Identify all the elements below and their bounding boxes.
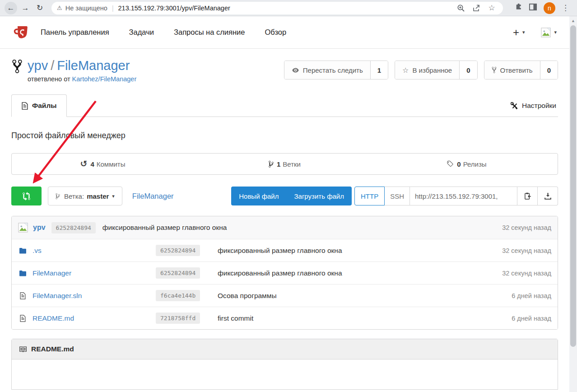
browser-forward-button[interactable]: → bbox=[19, 2, 32, 14]
upload-file-button[interactable]: Загрузить файл bbox=[287, 187, 352, 205]
branch-label: Ветка: bbox=[64, 192, 84, 200]
file-link[interactable]: FileManager bbox=[33, 269, 71, 277]
repo-tabs: Файлы Настройки bbox=[11, 94, 558, 117]
back-icon: ← bbox=[7, 4, 15, 13]
file-icon bbox=[18, 315, 27, 322]
stat-releases[interactable]: 0 Релизы bbox=[376, 154, 558, 174]
commit-message[interactable]: фиксированный размер главного окна bbox=[102, 224, 227, 232]
clone-panel: HTTP SSH bbox=[354, 187, 558, 205]
new-file-button[interactable]: Новый файл bbox=[231, 187, 286, 205]
compare-button[interactable] bbox=[11, 187, 42, 205]
scrollbar-up-icon[interactable]: ▲ bbox=[569, 16, 577, 23]
create-caret-icon[interactable]: ▾ bbox=[522, 29, 525, 35]
fork-repo-button[interactable]: Ответвить bbox=[484, 61, 540, 79]
stat-commits[interactable]: ↺ 4 Коммиты bbox=[12, 154, 194, 174]
file-name-cell: FileManager bbox=[18, 269, 156, 277]
forked-from-link[interactable]: Kartohez/FileManager bbox=[72, 75, 137, 83]
download-button[interactable] bbox=[538, 187, 558, 205]
profile-avatar[interactable]: n bbox=[544, 2, 555, 14]
share-button[interactable] bbox=[470, 2, 482, 14]
stars-count[interactable]: 0 bbox=[459, 61, 477, 79]
user-caret-icon: ▾ bbox=[554, 29, 557, 35]
page-scrollbar[interactable]: ▲ bbox=[569, 16, 577, 392]
nav-item-issues[interactable]: Задачи bbox=[129, 28, 154, 37]
forked-from-prefix: ответвлено от bbox=[28, 75, 70, 83]
bookmark-star-button[interactable]: ☆ bbox=[486, 2, 498, 14]
browser-reload-button[interactable]: ↻ bbox=[33, 2, 46, 14]
extensions-button[interactable] bbox=[514, 3, 522, 13]
broken-avatar-icon bbox=[541, 28, 551, 37]
watchers-count[interactable]: 1 bbox=[370, 61, 388, 79]
nav-item-pull-requests[interactable]: Запросы на слияние bbox=[174, 28, 245, 37]
repo-forked-icon bbox=[12, 59, 22, 74]
create-new-button[interactable]: + bbox=[513, 26, 519, 39]
browser-menu-button[interactable]: ⋮ bbox=[562, 3, 569, 13]
branch-dropdown[interactable]: Ветка: master ▾ bbox=[48, 187, 122, 205]
repo-action-row: Ветка: master ▾ FileManager Новый файл З… bbox=[11, 187, 558, 205]
git-compare-icon bbox=[23, 192, 30, 201]
file-commit-time: 32 секунд назад bbox=[502, 247, 551, 254]
nav-item-dashboard[interactable]: Панель управления bbox=[41, 28, 109, 37]
puzzle-icon bbox=[514, 3, 522, 11]
file-commit-message[interactable]: фиксированный размер главного окна bbox=[218, 269, 342, 277]
file-commit-message[interactable]: фиксированный размер главного окна bbox=[218, 247, 342, 255]
copy-url-button[interactable] bbox=[517, 187, 538, 205]
file-sha-cell: 7218758ffd bbox=[156, 313, 212, 324]
file-link[interactable]: FileManager.sln bbox=[33, 292, 82, 300]
releases-label: Релизы bbox=[463, 160, 487, 168]
tab-files-label: Файлы bbox=[32, 102, 56, 110]
file-sha-badge[interactable]: f6ca4e144b bbox=[156, 290, 200, 301]
side-panel-icon bbox=[529, 3, 537, 11]
tab-settings-label: Настройки bbox=[522, 102, 556, 110]
watch-button-group: Перестать следить 1 bbox=[284, 61, 388, 79]
repo-name-link[interactable]: FileManager bbox=[57, 58, 130, 73]
share-icon bbox=[472, 4, 480, 12]
clone-url-input[interactable] bbox=[415, 192, 512, 200]
commit-sha-badge[interactable]: 6252824894 bbox=[51, 222, 96, 233]
side-panel-button[interactable] bbox=[529, 3, 537, 13]
releases-count: 0 bbox=[457, 160, 461, 168]
file-name-cell: .vs bbox=[18, 247, 156, 255]
file-sha-badge[interactable]: 6252824894 bbox=[156, 267, 200, 279]
address-bar[interactable]: ⚠ Не защищено | 213.155.192.79:3001/ypv/… bbox=[51, 2, 503, 14]
browser-actions: n ⋮ bbox=[507, 2, 569, 14]
file-sha-cell: 6252824894 bbox=[156, 267, 212, 279]
clone-url-box bbox=[410, 187, 517, 205]
file-row: .vs 6252824894 фиксированный размер глав… bbox=[12, 239, 558, 261]
repo-header: ypv/FileManager ответвлено от Kartohez/F… bbox=[0, 49, 569, 83]
plus-icon: + bbox=[513, 26, 519, 38]
book-icon bbox=[19, 345, 27, 353]
nav-item-explore[interactable]: Обзор bbox=[265, 28, 287, 37]
file-link[interactable]: .vs bbox=[33, 247, 42, 255]
scrollbar-thumb[interactable] bbox=[570, 25, 576, 347]
clipboard-copy-icon bbox=[524, 192, 531, 200]
readme-title: README.md bbox=[31, 345, 74, 353]
file-name-cell: README.md bbox=[18, 314, 156, 322]
gitea-logo[interactable] bbox=[13, 24, 29, 41]
file-commit-message[interactable]: first commit bbox=[218, 314, 253, 322]
browser-back-button[interactable]: ← bbox=[5, 2, 17, 14]
file-link[interactable]: README.md bbox=[33, 314, 74, 322]
zoom-page-button[interactable] bbox=[455, 2, 467, 14]
commit-author-link[interactable]: ypv bbox=[33, 224, 46, 232]
forks-count[interactable]: 0 bbox=[540, 61, 558, 79]
tab-files[interactable]: Файлы bbox=[11, 94, 67, 117]
tab-settings[interactable]: Настройки bbox=[511, 102, 558, 117]
tag-icon bbox=[447, 160, 454, 168]
file-sha-badge[interactable]: 6252824894 bbox=[156, 245, 200, 256]
branch-name: master bbox=[87, 192, 109, 200]
unwatch-button[interactable]: Перестать следить bbox=[284, 61, 370, 79]
commits-label: Коммиты bbox=[97, 160, 126, 168]
repo-path-link[interactable]: FileManager bbox=[132, 192, 174, 201]
star-repo-button[interactable]: ☆ В избранное bbox=[395, 61, 459, 79]
user-menu[interactable]: ▾ bbox=[541, 28, 557, 37]
file-sha-badge[interactable]: 7218758ffd bbox=[156, 313, 200, 324]
commits-count: 4 bbox=[90, 160, 94, 168]
ssh-button[interactable]: SSH bbox=[385, 187, 410, 205]
navbar-right: + ▾ ▾ bbox=[513, 26, 557, 39]
repo-owner-link[interactable]: ypv bbox=[28, 58, 48, 73]
branch-icon bbox=[56, 193, 60, 200]
stat-branches[interactable]: 1 Ветки bbox=[194, 154, 376, 174]
http-button[interactable]: HTTP bbox=[354, 187, 385, 205]
file-commit-message[interactable]: Осова программы bbox=[218, 292, 277, 300]
